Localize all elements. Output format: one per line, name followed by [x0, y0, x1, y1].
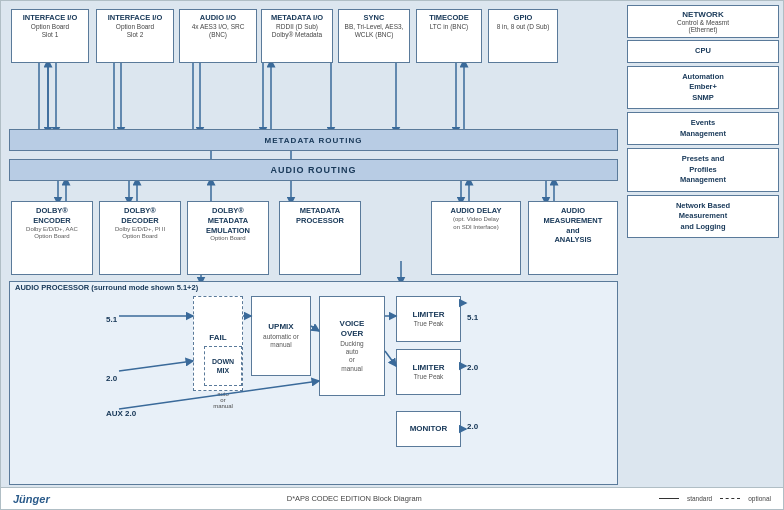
audio-delay-title: AUDIO DELAY	[435, 206, 517, 216]
audio-io-title: AUDIO I/O	[182, 13, 254, 23]
presets-block: Presets andProfilesManagement	[627, 148, 779, 192]
sync-title: SYNC	[341, 13, 407, 23]
limiter-51-sub: True Peak	[414, 320, 444, 328]
footer-logo: Jünger	[13, 493, 50, 505]
metadata-io-subtitle: RDDII (D Sub)Dolby® Metadata	[264, 23, 330, 40]
footer: Jünger D*AP8 CODEC EDITION Block Diagram…	[1, 487, 783, 509]
dolby-encoder-title: DOLBY®ENCODER	[15, 206, 89, 226]
dolby-metadata-block: DOLBY®METADATAEMULATION Option Board	[187, 201, 269, 275]
dolby-metadata-subtitle: Option Board	[191, 235, 265, 243]
audio-processor-label: AUDIO PROCESSOR (surround mode shown 5.1…	[15, 283, 198, 292]
audio-processor-section	[9, 281, 618, 485]
upmix-label: UPMIX	[268, 322, 293, 332]
dolby-metadata-title: DOLBY®METADATAEMULATION	[191, 206, 265, 235]
dolby-decoder-block: DOLBY®DECODER Dolby E/D/D+, Pl IIOption …	[99, 201, 181, 275]
interface-io-1-block: INTERFACE I/O Option BoardSlot 1	[11, 9, 89, 63]
timecode-title: TIMECODE	[419, 13, 479, 23]
audio-measurement-title: AUDIOMEASUREMENTandANALYSIS	[532, 206, 614, 245]
interface-io-1-subtitle: Option BoardSlot 1	[14, 23, 86, 40]
input-51-label: 5.1	[106, 315, 117, 324]
audio-io-subtitle: 4x AES3 I/O, SRC(BNC)	[182, 23, 254, 40]
timecode-subtitle: LTC in (BNC)	[419, 23, 479, 31]
dolby-encoder-block: DOLBY®ENCODER Dolby E/D/D+, AACOption Bo…	[11, 201, 93, 275]
metadata-routing-bar: METADATA ROUTING	[9, 129, 618, 151]
audio-delay-subtitle: (opt. Video Delayon SDI Interface)	[435, 216, 517, 232]
events-block: EventsManagement	[627, 112, 779, 145]
upmix-sub: automatic ormanual	[263, 333, 299, 350]
metadata-processor-block: METADATAPROCESSOR	[279, 201, 361, 275]
monitor-block: MONITOR	[396, 411, 461, 447]
metadata-io-title: METADATA I/O	[264, 13, 330, 23]
network-subtitle: Control & Measmt(Ethernet)	[632, 19, 774, 33]
voice-over-sub: Duckingautoormanual	[340, 340, 363, 374]
down-mix-label: DOWNMIX	[212, 357, 234, 375]
audio-routing-bar: AUDIO ROUTING	[9, 159, 618, 181]
monitor-label: MONITOR	[410, 424, 448, 434]
right-panel: NETWORK Control & Measmt(Ethernet) CPU A…	[627, 5, 779, 485]
network-based-block: Network BasedMeasurementand Logging	[627, 195, 779, 239]
network-title: NETWORK	[632, 10, 774, 19]
main-container: INTERFACE I/O Option BoardSlot 1 INTERFA…	[0, 0, 784, 510]
auto-manual-1: autoormanual	[204, 391, 242, 409]
metadata-io-block: METADATA I/O RDDII (D Sub)Dolby® Metadat…	[261, 9, 333, 63]
limiter-20-sub: True Peak	[414, 373, 444, 381]
timecode-block: TIMECODE LTC in (BNC)	[416, 9, 482, 63]
down-mix-block: DOWNMIX	[204, 346, 242, 386]
audio-measurement-block: AUDIOMEASUREMENTandANALYSIS	[528, 201, 618, 275]
legend-standard-label: standard	[687, 495, 712, 502]
interface-io-2-subtitle: Option BoardSlot 2	[99, 23, 171, 40]
limiter-51-label: LIMITER	[413, 310, 445, 320]
dolby-decoder-subtitle: Dolby E/D/D+, Pl IIOption Board	[103, 226, 177, 242]
legend-solid-line	[659, 498, 679, 499]
sync-subtitle: BB, Tri-Level, AES3,WCLK (BNC)	[341, 23, 407, 40]
gpio-title: GPIO	[491, 13, 555, 23]
upmix-block: UPMIX automatic ormanual	[251, 296, 311, 376]
audio-routing-label: AUDIO ROUTING	[271, 165, 357, 175]
dolby-decoder-title: DOLBY®DECODER	[103, 206, 177, 226]
output-51-label: 5.1	[467, 313, 478, 322]
dolby-encoder-subtitle: Dolby E/D/D+, AACOption Board	[15, 226, 89, 242]
footer-diagram-title: D*AP8 CODEC EDITION Block Diagram	[50, 494, 659, 503]
gpio-block: GPIO 8 in, 8 out (D Sub)	[488, 9, 558, 63]
aux-20-label: AUX 2.0	[106, 409, 136, 418]
voice-over-label: VOICEOVER	[340, 319, 365, 340]
legend-optional-label: optional	[748, 495, 771, 502]
input-20-label: 2.0	[106, 374, 117, 383]
monitor-out-label: 2.0	[467, 422, 478, 431]
interface-io-2-title: INTERFACE I/O	[99, 13, 171, 23]
output-20-label: 2.0	[467, 363, 478, 372]
audio-io-block: AUDIO I/O 4x AES3 I/O, SRC(BNC)	[179, 9, 257, 63]
automation-block: AutomationEmber+SNMP	[627, 66, 779, 110]
limiter-20-label: LIMITER	[413, 363, 445, 373]
audio-delay-block: AUDIO DELAY (opt. Video Delayon SDI Inte…	[431, 201, 521, 275]
limiter-51-block: LIMITER True Peak	[396, 296, 461, 342]
footer-legend: standard optional	[659, 495, 771, 502]
network-header: NETWORK Control & Measmt(Ethernet)	[627, 5, 779, 38]
cpu-block: CPU	[627, 40, 779, 63]
limiter-20-block: LIMITER True Peak	[396, 349, 461, 395]
interface-io-1-title: INTERFACE I/O	[14, 13, 86, 23]
sync-block: SYNC BB, Tri-Level, AES3,WCLK (BNC)	[338, 9, 410, 63]
metadata-routing-label: METADATA ROUTING	[265, 136, 363, 145]
voice-over-block: VOICEOVER Duckingautoormanual	[319, 296, 385, 396]
legend-dashed-line	[720, 498, 740, 499]
metadata-processor-title: METADATAPROCESSOR	[283, 206, 357, 226]
gpio-subtitle: 8 in, 8 out (D Sub)	[491, 23, 555, 31]
interface-io-2-block: INTERFACE I/O Option BoardSlot 2	[96, 9, 174, 63]
